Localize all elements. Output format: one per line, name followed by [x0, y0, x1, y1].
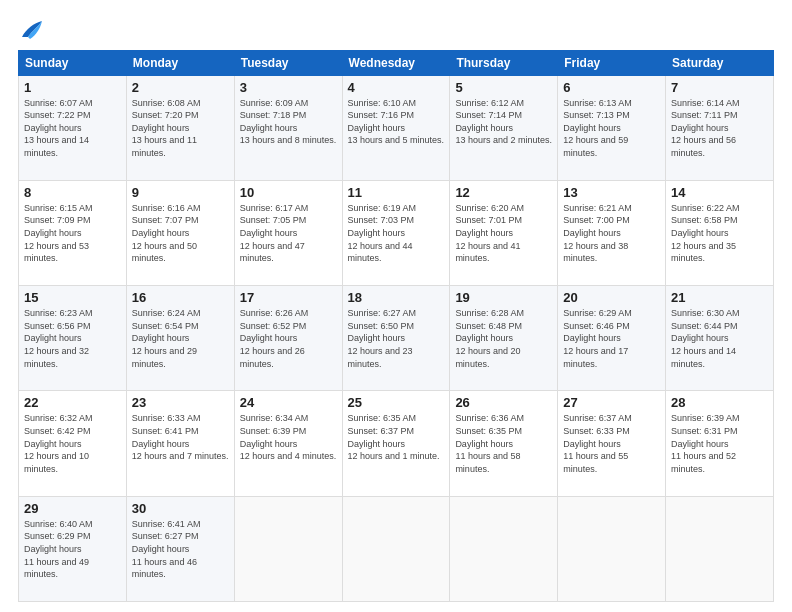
day-number: 23: [132, 395, 229, 410]
day-number: 18: [348, 290, 445, 305]
day-info: Sunrise: 6:34 AMSunset: 6:39 PMDaylight …: [240, 412, 337, 462]
day-info: Sunrise: 6:08 AMSunset: 7:20 PMDaylight …: [132, 97, 229, 160]
day-info: Sunrise: 6:19 AMSunset: 7:03 PMDaylight …: [348, 202, 445, 265]
day-info: Sunrise: 6:12 AMSunset: 7:14 PMDaylight …: [455, 97, 552, 147]
calendar-cell: 26Sunrise: 6:36 AMSunset: 6:35 PMDayligh…: [450, 391, 558, 496]
day-info: Sunrise: 6:41 AMSunset: 6:27 PMDaylight …: [132, 518, 229, 581]
day-info: Sunrise: 6:35 AMSunset: 6:37 PMDaylight …: [348, 412, 445, 462]
calendar-cell: 19Sunrise: 6:28 AMSunset: 6:48 PMDayligh…: [450, 286, 558, 391]
dow-header-friday: Friday: [558, 50, 666, 75]
day-number: 15: [24, 290, 121, 305]
day-number: 8: [24, 185, 121, 200]
dow-header-thursday: Thursday: [450, 50, 558, 75]
dow-header-sunday: Sunday: [19, 50, 127, 75]
day-info: Sunrise: 6:22 AMSunset: 6:58 PMDaylight …: [671, 202, 768, 265]
page: SundayMondayTuesdayWednesdayThursdayFrid…: [0, 0, 792, 612]
calendar-cell: 23Sunrise: 6:33 AMSunset: 6:41 PMDayligh…: [126, 391, 234, 496]
calendar-cell: 3Sunrise: 6:09 AMSunset: 7:18 PMDaylight…: [234, 75, 342, 180]
day-number: 24: [240, 395, 337, 410]
day-info: Sunrise: 6:27 AMSunset: 6:50 PMDaylight …: [348, 307, 445, 370]
day-number: 13: [563, 185, 660, 200]
day-number: 2: [132, 80, 229, 95]
day-info: Sunrise: 6:17 AMSunset: 7:05 PMDaylight …: [240, 202, 337, 265]
calendar-week-5: 29Sunrise: 6:40 AMSunset: 6:29 PMDayligh…: [19, 496, 774, 601]
day-info: Sunrise: 6:40 AMSunset: 6:29 PMDaylight …: [24, 518, 121, 581]
day-info: Sunrise: 6:36 AMSunset: 6:35 PMDaylight …: [455, 412, 552, 475]
calendar-cell: 4Sunrise: 6:10 AMSunset: 7:16 PMDaylight…: [342, 75, 450, 180]
day-info: Sunrise: 6:32 AMSunset: 6:42 PMDaylight …: [24, 412, 121, 475]
day-info: Sunrise: 6:24 AMSunset: 6:54 PMDaylight …: [132, 307, 229, 370]
calendar-cell: 18Sunrise: 6:27 AMSunset: 6:50 PMDayligh…: [342, 286, 450, 391]
day-info: Sunrise: 6:14 AMSunset: 7:11 PMDaylight …: [671, 97, 768, 160]
day-number: 3: [240, 80, 337, 95]
day-number: 26: [455, 395, 552, 410]
day-info: Sunrise: 6:29 AMSunset: 6:46 PMDaylight …: [563, 307, 660, 370]
day-number: 27: [563, 395, 660, 410]
calendar-cell: 14Sunrise: 6:22 AMSunset: 6:58 PMDayligh…: [666, 180, 774, 285]
calendar-week-1: 1Sunrise: 6:07 AMSunset: 7:22 PMDaylight…: [19, 75, 774, 180]
day-number: 6: [563, 80, 660, 95]
calendar-cell: 22Sunrise: 6:32 AMSunset: 6:42 PMDayligh…: [19, 391, 127, 496]
calendar-cell: 7Sunrise: 6:14 AMSunset: 7:11 PMDaylight…: [666, 75, 774, 180]
day-number: 4: [348, 80, 445, 95]
calendar-cell: 30Sunrise: 6:41 AMSunset: 6:27 PMDayligh…: [126, 496, 234, 601]
calendar-cell: 25Sunrise: 6:35 AMSunset: 6:37 PMDayligh…: [342, 391, 450, 496]
calendar-cell: 10Sunrise: 6:17 AMSunset: 7:05 PMDayligh…: [234, 180, 342, 285]
calendar-cell: 16Sunrise: 6:24 AMSunset: 6:54 PMDayligh…: [126, 286, 234, 391]
day-number: 7: [671, 80, 768, 95]
day-info: Sunrise: 6:23 AMSunset: 6:56 PMDaylight …: [24, 307, 121, 370]
day-info: Sunrise: 6:33 AMSunset: 6:41 PMDaylight …: [132, 412, 229, 462]
dow-header-wednesday: Wednesday: [342, 50, 450, 75]
day-info: Sunrise: 6:30 AMSunset: 6:44 PMDaylight …: [671, 307, 768, 370]
day-number: 17: [240, 290, 337, 305]
day-number: 19: [455, 290, 552, 305]
day-number: 22: [24, 395, 121, 410]
calendar-week-2: 8Sunrise: 6:15 AMSunset: 7:09 PMDaylight…: [19, 180, 774, 285]
calendar-cell: 11Sunrise: 6:19 AMSunset: 7:03 PMDayligh…: [342, 180, 450, 285]
dow-header-saturday: Saturday: [666, 50, 774, 75]
calendar-cell: 6Sunrise: 6:13 AMSunset: 7:13 PMDaylight…: [558, 75, 666, 180]
calendar-cell: 5Sunrise: 6:12 AMSunset: 7:14 PMDaylight…: [450, 75, 558, 180]
calendar-cell: 9Sunrise: 6:16 AMSunset: 7:07 PMDaylight…: [126, 180, 234, 285]
day-info: Sunrise: 6:21 AMSunset: 7:00 PMDaylight …: [563, 202, 660, 265]
calendar-cell: 24Sunrise: 6:34 AMSunset: 6:39 PMDayligh…: [234, 391, 342, 496]
day-number: 20: [563, 290, 660, 305]
day-number: 25: [348, 395, 445, 410]
day-number: 1: [24, 80, 121, 95]
header: [18, 18, 774, 40]
day-number: 29: [24, 501, 121, 516]
dow-header-tuesday: Tuesday: [234, 50, 342, 75]
day-info: Sunrise: 6:07 AMSunset: 7:22 PMDaylight …: [24, 97, 121, 160]
calendar-cell: 8Sunrise: 6:15 AMSunset: 7:09 PMDaylight…: [19, 180, 127, 285]
day-info: Sunrise: 6:10 AMSunset: 7:16 PMDaylight …: [348, 97, 445, 147]
calendar-cell: 17Sunrise: 6:26 AMSunset: 6:52 PMDayligh…: [234, 286, 342, 391]
day-number: 30: [132, 501, 229, 516]
calendar-cell: 12Sunrise: 6:20 AMSunset: 7:01 PMDayligh…: [450, 180, 558, 285]
day-number: 12: [455, 185, 552, 200]
day-info: Sunrise: 6:26 AMSunset: 6:52 PMDaylight …: [240, 307, 337, 370]
calendar-cell: 27Sunrise: 6:37 AMSunset: 6:33 PMDayligh…: [558, 391, 666, 496]
day-number: 11: [348, 185, 445, 200]
day-number: 14: [671, 185, 768, 200]
day-info: Sunrise: 6:09 AMSunset: 7:18 PMDaylight …: [240, 97, 337, 147]
calendar-table: SundayMondayTuesdayWednesdayThursdayFrid…: [18, 50, 774, 602]
day-number: 16: [132, 290, 229, 305]
day-info: Sunrise: 6:39 AMSunset: 6:31 PMDaylight …: [671, 412, 768, 475]
day-number: 9: [132, 185, 229, 200]
calendar-cell: 15Sunrise: 6:23 AMSunset: 6:56 PMDayligh…: [19, 286, 127, 391]
calendar-cell: 13Sunrise: 6:21 AMSunset: 7:00 PMDayligh…: [558, 180, 666, 285]
day-info: Sunrise: 6:13 AMSunset: 7:13 PMDaylight …: [563, 97, 660, 160]
day-number: 28: [671, 395, 768, 410]
calendar-week-3: 15Sunrise: 6:23 AMSunset: 6:56 PMDayligh…: [19, 286, 774, 391]
calendar-cell: 1Sunrise: 6:07 AMSunset: 7:22 PMDaylight…: [19, 75, 127, 180]
logo-bird-icon: [20, 19, 44, 39]
calendar-cell: [558, 496, 666, 601]
day-info: Sunrise: 6:16 AMSunset: 7:07 PMDaylight …: [132, 202, 229, 265]
day-number: 21: [671, 290, 768, 305]
calendar-cell: 29Sunrise: 6:40 AMSunset: 6:29 PMDayligh…: [19, 496, 127, 601]
dow-header-monday: Monday: [126, 50, 234, 75]
day-number: 10: [240, 185, 337, 200]
logo: [18, 18, 44, 40]
logo-text: [18, 18, 44, 40]
day-info: Sunrise: 6:28 AMSunset: 6:48 PMDaylight …: [455, 307, 552, 370]
